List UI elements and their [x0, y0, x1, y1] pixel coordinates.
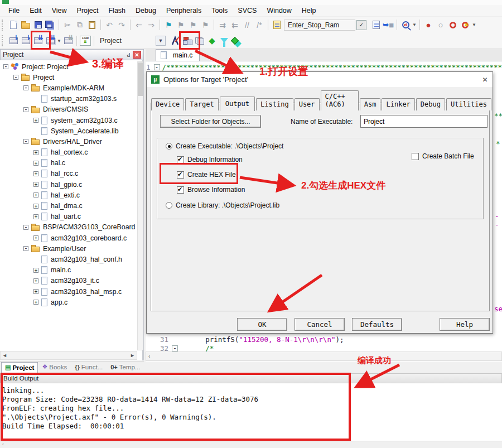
tree-expander-icon[interactable]: +	[33, 235, 38, 240]
dialog-tab-debug[interactable]: Debug	[416, 98, 445, 110]
copy-button[interactable]: ⧉	[74, 19, 86, 31]
bookmark-clear-button[interactable]: ⚑	[199, 19, 211, 31]
dialog-tab-device[interactable]: Device	[151, 98, 184, 110]
dialog-tab-target[interactable]: Target	[185, 98, 218, 110]
breakpoints-dropdown-icon[interactable]: ▼	[471, 19, 477, 31]
name-of-executable-input[interactable]	[360, 115, 487, 128]
menu-item-tools[interactable]: Tools	[206, 6, 233, 16]
dialog-tab-output[interactable]: Output	[220, 97, 255, 111]
tree-expander-icon[interactable]: +	[33, 171, 38, 176]
tree-expander-icon[interactable]: -	[23, 107, 28, 112]
save-button[interactable]	[32, 19, 44, 31]
dialog-tab-utilities[interactable]: Utilities	[446, 98, 491, 110]
tree-horizontal-scrollbar[interactable]: ◄ ►	[0, 351, 137, 360]
tree-item[interactable]: +hal_cortex.c	[1, 147, 136, 158]
scroll-right-icon[interactable]: ►	[130, 353, 135, 358]
checkbox-checked-icon[interactable]	[177, 156, 184, 163]
tree-item[interactable]: +app.c	[1, 297, 136, 307]
tab-main-c[interactable]: main.c	[156, 49, 200, 61]
pin-icon[interactable]: ꓒ	[124, 51, 133, 59]
tree-expander-icon[interactable]: -	[3, 64, 8, 69]
stop-build-button[interactable]	[62, 35, 74, 47]
tree-expander-icon[interactable]: +	[33, 182, 38, 187]
indent-right-button[interactable]: ⇉	[216, 19, 229, 31]
bookmark-toggle-button[interactable]: ⚑	[162, 19, 175, 31]
menu-item-help[interactable]: Help	[297, 6, 321, 16]
paste-button[interactable]	[86, 19, 98, 31]
tree-vertical-scrollbar[interactable]	[137, 61, 143, 350]
scroll-left-icon[interactable]: ◄	[2, 353, 7, 358]
checkbox-unchecked-icon[interactable]	[412, 153, 419, 160]
tree-item[interactable]: +main.c	[1, 265, 136, 276]
defaults-button[interactable]: Defaults	[352, 318, 402, 331]
manage-run-time-env-button[interactable]: ◆	[206, 35, 218, 47]
redo-button[interactable]: ↷	[115, 19, 128, 31]
panel-tab-project[interactable]: ▤Project	[1, 362, 38, 373]
tree-item[interactable]: +hal_rcc.c	[1, 168, 136, 179]
tree-item[interactable]: +hal_dma.c	[1, 200, 136, 211]
new-file-button[interactable]	[7, 19, 20, 31]
tree-item[interactable]: +hal.c	[1, 158, 136, 168]
tree-item[interactable]: +hal_gpio.c	[1, 179, 136, 190]
browse-information-checkbox[interactable]: Browse Information	[177, 186, 245, 194]
tree-item[interactable]: +hal_exti.c	[1, 190, 136, 200]
debug-information-checkbox[interactable]: Debug Information	[177, 156, 243, 163]
tree-expander-icon[interactable]: -	[23, 85, 28, 90]
tree-expander-icon[interactable]: +	[33, 150, 38, 155]
search-dropdown-icon[interactable]: ▼	[412, 19, 417, 31]
dialog-tab-c-c-ac6-[interactable]: C/C++ (AC6)	[321, 90, 359, 110]
tree-expander-icon[interactable]: +	[33, 204, 38, 209]
checkbox-checked-icon[interactable]	[177, 186, 184, 194]
find-text-combobox[interactable]: Enter_Stop_Ram	[284, 20, 355, 31]
tree-item[interactable]: acm32g103_hal_conf.h	[1, 254, 136, 264]
create-executable-radio[interactable]: Create Executable: .\Objects\Project	[166, 142, 283, 150]
tree-item[interactable]: +acm32g103_coreboard.c	[1, 233, 136, 243]
tree-expander-icon[interactable]: +	[33, 161, 38, 166]
tree-item[interactable]: +acm32g103_it.c	[1, 276, 136, 286]
menu-item-window[interactable]: Window	[262, 6, 296, 16]
find-in-files-button[interactable]	[271, 19, 283, 31]
scroll-left-icon[interactable]: ‹	[148, 353, 150, 359]
tree-item[interactable]: +hal_uart.c	[1, 211, 136, 222]
target-combobox[interactable]: Project	[96, 35, 156, 46]
insert-breakpoint-button[interactable]: ●	[422, 19, 435, 31]
tree-expander-icon[interactable]: +	[33, 118, 38, 123]
build-button[interactable]	[20, 35, 32, 47]
menu-item-view[interactable]: View	[47, 6, 72, 16]
menu-item-svcs[interactable]: SVCS	[233, 6, 262, 16]
search-icon[interactable]: d	[399, 19, 412, 31]
cut-button[interactable]: ✂	[61, 19, 74, 31]
dialog-title-bar[interactable]: µ Options for Target 'Project'	[147, 72, 493, 87]
nav-back-button[interactable]: ⇐	[133, 19, 145, 31]
tree-expander-icon[interactable]: -	[13, 75, 18, 80]
find-dropdown-button[interactable]: ✓	[356, 20, 366, 30]
panel-tab-funct[interactable]: {}Funct...	[71, 362, 107, 373]
dialog-tab-linker[interactable]: Linker	[382, 98, 414, 110]
editor-horizontal-scrollbar[interactable]: ‹	[146, 351, 502, 361]
start-debug-button[interactable]: ➥	[382, 19, 394, 31]
manage-books-button[interactable]	[230, 35, 243, 47]
close-icon[interactable]: ✕	[133, 51, 141, 59]
dialog-tab-user[interactable]: User	[295, 98, 320, 110]
manage-project-items-button[interactable]	[218, 35, 230, 47]
bookmark-next-button[interactable]: ⚑	[187, 19, 199, 31]
tree-item[interactable]: -Project	[1, 72, 136, 83]
radio-selected-icon[interactable]	[166, 143, 172, 150]
tree-item[interactable]: +acm32g103_hal_msp.c	[1, 286, 136, 297]
translate-file-button[interactable]	[7, 35, 20, 47]
file-properties-button[interactable]	[370, 19, 382, 31]
menu-item-edit[interactable]: Edit	[25, 6, 47, 16]
nav-forward-button[interactable]: ⇒	[145, 19, 157, 31]
dialog-tab-asm[interactable]: Asm	[360, 98, 381, 110]
menu-item-flash[interactable]: Flash	[103, 6, 131, 16]
fold-minus-icon[interactable]: -	[172, 345, 178, 351]
tree-expander-icon[interactable]: +	[33, 278, 38, 283]
tree-expander-icon[interactable]: +	[33, 300, 38, 305]
tree-expander-icon[interactable]: -	[23, 139, 28, 144]
tree-item[interactable]: startup_acm32g103.s	[1, 94, 136, 104]
target-dropdown-button[interactable]: ▼	[156, 36, 166, 46]
select-folder-button[interactable]: Select Folder for Objects...	[160, 115, 261, 128]
save-all-button[interactable]	[44, 19, 56, 31]
tree-item[interactable]: -Example/MDK-ARM	[1, 83, 136, 93]
tree-scrollbar-thumb[interactable]	[138, 62, 143, 96]
